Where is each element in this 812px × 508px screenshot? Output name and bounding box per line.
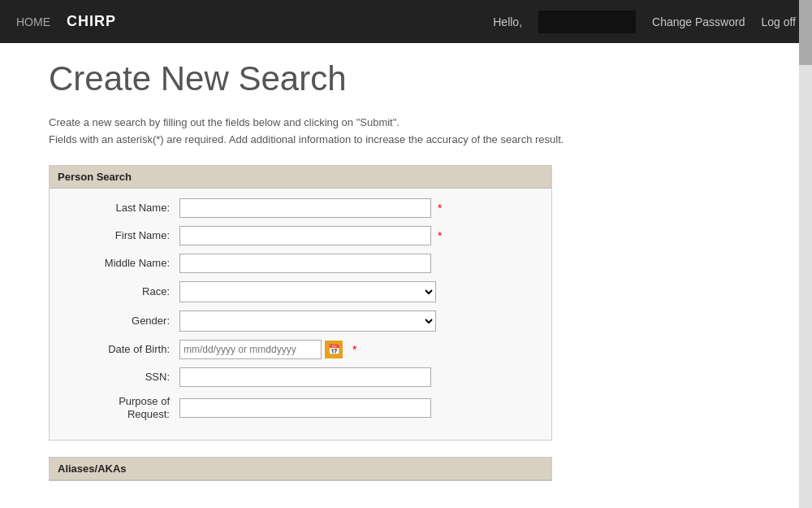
- scrollbar[interactable]: [799, 0, 812, 508]
- race-row: Race:: [66, 281, 535, 302]
- last-name-input[interactable]: [179, 198, 431, 218]
- gender-row: Gender:: [66, 310, 535, 332]
- person-search-body: Last Name: * First Name: * Middle Name: …: [50, 189, 551, 441]
- scrollbar-thumb[interactable]: [799, 0, 812, 65]
- last-name-required: *: [438, 202, 442, 215]
- ssn-row: SSN:: [66, 367, 535, 387]
- first-name-input[interactable]: [179, 226, 431, 245]
- last-name-row: Last Name: *: [66, 198, 535, 218]
- first-name-row: First Name: *: [66, 226, 535, 245]
- purpose-input[interactable]: [179, 398, 431, 418]
- race-select[interactable]: [179, 281, 436, 302]
- dob-row: Date of Birth: 📅 *: [66, 340, 535, 359]
- purpose-label: Purpose ofRequest:: [66, 395, 179, 423]
- ssn-input[interactable]: [179, 367, 431, 387]
- nav-hello: Hello,: [493, 15, 522, 28]
- page-title: Create New Search: [49, 59, 763, 98]
- gender-label: Gender:: [66, 315, 179, 327]
- nav-username-box[interactable]: [538, 11, 636, 33]
- nav-home[interactable]: HOME: [16, 15, 50, 28]
- middle-name-row: Middle Name:: [66, 254, 535, 273]
- gender-select[interactable]: [179, 310, 436, 332]
- race-label: Race:: [66, 285, 179, 297]
- nav-brand: CHIRP: [67, 13, 116, 30]
- calendar-icon[interactable]: 📅: [325, 341, 343, 358]
- aliases-section: Aliases/AKAs: [49, 457, 552, 481]
- nav-logoff[interactable]: Log off: [761, 15, 796, 28]
- person-search-header: Person Search: [50, 166, 551, 189]
- main-content: Create New Search Create a new search by…: [0, 43, 812, 508]
- first-name-required: *: [438, 229, 442, 242]
- person-search-section: Person Search Last Name: * First Name: *…: [49, 165, 552, 441]
- middle-name-input[interactable]: [179, 254, 431, 273]
- last-name-label: Last Name:: [66, 202, 179, 214]
- dob-label: Date of Birth:: [66, 343, 179, 355]
- dob-required: *: [352, 343, 356, 356]
- instruction-line1: Create a new search by filling out the f…: [49, 115, 763, 132]
- instruction-line2: Fields with an asterisk(*) are required.…: [49, 132, 763, 149]
- middle-name-label: Middle Name:: [66, 257, 179, 269]
- dob-input[interactable]: [179, 340, 322, 359]
- first-name-label: First Name:: [66, 229, 179, 241]
- navbar: HOME CHIRP Hello, Change Password Log of…: [0, 0, 812, 43]
- aliases-header: Aliases/AKAs: [50, 458, 551, 480]
- instructions: Create a new search by filling out the f…: [49, 115, 763, 149]
- dob-container: 📅 *: [179, 340, 356, 359]
- nav-change-password[interactable]: Change Password: [652, 15, 745, 28]
- ssn-label: SSN:: [66, 371, 179, 383]
- purpose-row: Purpose ofRequest:: [66, 395, 535, 423]
